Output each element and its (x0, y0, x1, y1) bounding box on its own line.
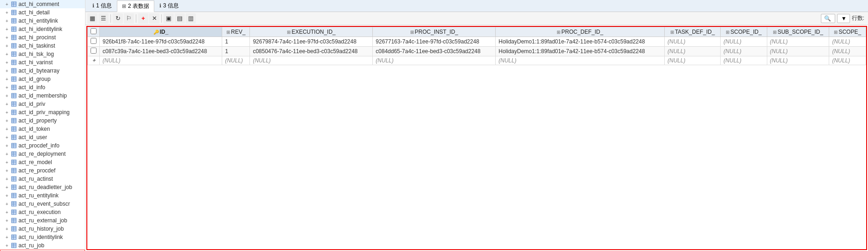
col-header-execution-id-[interactable]: ⊞EXECUTION_ID_ (250, 27, 373, 37)
data-grid: 🔑ID_⊞REV_⊞EXECUTION_ID_⊞PROC_INST_ID_⊞PR… (87, 27, 866, 65)
sidebar-item-act-hi-detail[interactable]: + act_hi_detail (0, 8, 85, 17)
cell-scope-id-: (NULL) (721, 47, 767, 56)
expand-icon: + (4, 151, 10, 157)
sidebar-item-act-ru-event-subscr[interactable]: + act_ru_event_subscr (0, 200, 85, 208)
cell-execution-id-: (NULL) (250, 56, 373, 65)
table-row[interactable]: ✦(NULL)(NULL)(NULL)(NULL)(NULL)(NULL)(NU… (88, 56, 866, 65)
sidebar-item-act-ru-entitylink[interactable]: + act_ru_entitylink (0, 191, 85, 200)
filter-button[interactable]: ⚐ (124, 13, 134, 24)
tab-1[interactable]: ℹ 1 信息 (87, 0, 117, 12)
select-all-checkbox[interactable] (91, 28, 97, 34)
col-key-icon: ⊞ (670, 30, 674, 35)
sidebar-item-act-hi-entitylink[interactable]: + act_hi_entitylink (0, 17, 85, 25)
sidebar-item-act-id-user[interactable]: + act_id_user (0, 133, 85, 141)
sidebar-item-act-id-group[interactable]: + act_id_group (0, 75, 85, 83)
col-header-sub-scope-id-[interactable]: ⊞SUB_SCOPE_ID_ (767, 27, 829, 37)
col-header-proc-def-id-[interactable]: ⊞PROC_DEF_ID_ (496, 27, 665, 37)
table-icon (11, 134, 17, 141)
sidebar-item-act-id-info[interactable]: + act_id_info (0, 83, 85, 92)
screen-btn[interactable]: ▼ (837, 14, 850, 23)
grid-view-button[interactable]: ▦ (87, 13, 97, 24)
sidebar-item-act-ru-identitylink[interactable]: + act_ru_identitylink (0, 233, 85, 241)
sidebar-item-act-re-model[interactable]: + act_re_model (0, 158, 85, 166)
col-header-id-[interactable]: 🔑ID_ (100, 27, 222, 37)
cell-sub-scope-id-: (NULL) (767, 56, 829, 65)
table-row[interactable]: 926b41f8-7a4c-11ee-97fd-c03c59ad22481926… (88, 37, 866, 47)
expand-icon: + (4, 67, 10, 74)
col-header-task-def-id-[interactable]: ⊞TASK_DEF_ID_ (664, 27, 720, 37)
sidebar-item-act-id-priv-mapping[interactable]: + act_id_priv_mapping (0, 108, 85, 116)
svg-rect-12 (12, 27, 16, 31)
col-header-rev-[interactable]: ⊞REV_ (222, 27, 250, 37)
sidebar-item-act-id-bytearray[interactable]: + act_id_bytearray (0, 67, 85, 75)
sidebar-item-act-ru-external-job[interactable]: + act_ru_external_job (0, 216, 85, 225)
sidebar-item-label: act_id_priv_mapping (18, 109, 70, 116)
sidebar-item-act-hi-procinst[interactable]: + act_hi_procinst (0, 33, 85, 42)
tab-3[interactable]: ℹ 3 信息 (154, 0, 184, 12)
table-icon (11, 101, 17, 107)
row-checkbox[interactable] (91, 48, 97, 54)
col-header-scope-[interactable]: ⊞SCOPE_ (829, 27, 866, 37)
header-checkbox[interactable] (88, 27, 100, 37)
table-icon (11, 151, 17, 157)
table-icon (11, 109, 17, 116)
sidebar-item-act-re-deployment[interactable]: + act_re_deployment (0, 150, 85, 158)
expand-icon: + (4, 59, 10, 66)
table-icon (11, 67, 17, 74)
row-checkbox-cell[interactable]: ✦ (88, 56, 100, 65)
layout1-button[interactable]: ▣ (164, 13, 174, 24)
svg-rect-4 (12, 10, 16, 15)
delete-row-button[interactable]: ✕ (149, 13, 159, 24)
layout3-button[interactable]: ▥ (186, 13, 196, 24)
expand-icon: + (4, 184, 10, 190)
sidebar-item-act-procdef-info[interactable]: + act_procdef_info (0, 141, 85, 150)
sidebar-item-act-ru-job[interactable]: + act_ru_job (0, 241, 85, 250)
row-checkbox[interactable] (91, 38, 97, 44)
sidebar-item-label: act_re_deployment (18, 151, 66, 157)
svg-rect-88 (12, 185, 16, 190)
filter-rows-button[interactable]: 🔍 (821, 14, 835, 23)
svg-rect-116 (12, 243, 16, 248)
sidebar-item-act-ru-deadletter-job[interactable]: + act_ru_deadletter_job (0, 183, 85, 191)
table-icon (11, 126, 17, 132)
sidebar-item-act-ru-execution[interactable]: + act_ru_execution (0, 208, 85, 216)
row-checkbox-cell[interactable] (88, 47, 100, 56)
sidebar-item-act-hi-varinst[interactable]: + act_hi_varinst (0, 58, 85, 67)
col-header-scope-id-[interactable]: ⊞SCOPE_ID_ (721, 27, 767, 37)
col-header-proc-inst-id-[interactable]: ⊞PROC_INST_ID_ (373, 27, 496, 37)
sidebar-item-act-ru-actinst[interactable]: + act_ru_actinst (0, 175, 85, 183)
add-row-button[interactable]: + (138, 13, 148, 24)
sidebar-item-act-id-priv[interactable]: + act_id_priv (0, 100, 85, 108)
main-content: ℹ 1 信息 ⊞ 2 表数据 ℹ 3 信息 ▦ ☰ ↻ ⚐ + ✕ ▣ ▤ ▥ … (85, 0, 868, 251)
table-row[interactable]: c087c39a-7a4c-11ee-bed3-c03c59ad22481c08… (88, 47, 866, 56)
tab-2[interactable]: ⊞ 2 表数据 (117, 0, 154, 12)
sidebar-item-act-hi-comment[interactable]: + act_hi_comment (0, 0, 85, 8)
table-icon (11, 92, 17, 99)
expand-icon: + (4, 1, 10, 7)
svg-rect-104 (12, 218, 16, 223)
table-icon (11, 217, 17, 224)
cell-execution-id-: c0850476-7a4c-11ee-bed3-c03c59ad2248 (250, 47, 373, 56)
sidebar-item-act-hi-tsk-log[interactable]: + act_hi_tsk_log (0, 50, 85, 58)
sidebar-item-label: act_ru_event_subscr (18, 201, 70, 207)
form-view-button[interactable]: ☰ (98, 13, 109, 24)
table-icon (11, 76, 17, 82)
sidebar-item-act-id-membership[interactable]: + act_id_membership (0, 92, 85, 100)
sidebar-item-label: act_ru_identitylink (18, 234, 63, 240)
sidebar-item-label: act_hi_tsk_log (18, 51, 54, 57)
cell-task-def-id-: (NULL) (664, 47, 720, 56)
sidebar-item-act-hi-taskinst[interactable]: + act_hi_taskinst (0, 42, 85, 50)
sidebar-item-act-hi-identitylink[interactable]: + act_hi_identitylink (0, 25, 85, 33)
expand-icon: + (4, 51, 10, 57)
table-icon (11, 43, 17, 49)
sidebar-item-act-id-property[interactable]: + act_id_property (0, 116, 85, 125)
expand-icon: + (4, 192, 10, 199)
row-checkbox-cell[interactable] (88, 37, 100, 47)
data-grid-container[interactable]: 🔑ID_⊞REV_⊞EXECUTION_ID_⊞PROC_INST_ID_⊞PR… (86, 26, 867, 250)
refresh-button[interactable]: ↻ (113, 13, 123, 24)
sidebar-item-act-ru-history-job[interactable]: + act_ru_history_job (0, 225, 85, 233)
sidebar-item-act-re-procdef[interactable]: + act_re_procdef (0, 166, 85, 175)
layout2-button[interactable]: ▤ (175, 13, 185, 24)
sidebar-item-act-id-token[interactable]: + act_id_token (0, 125, 85, 133)
expand-icon: + (4, 76, 10, 82)
